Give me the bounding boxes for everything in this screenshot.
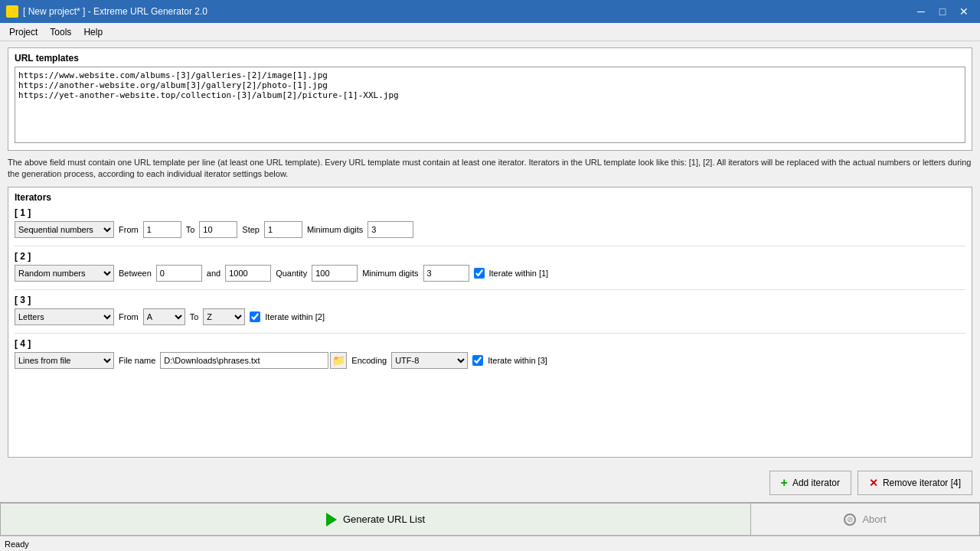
add-iterator-label: Add iterator bbox=[792, 478, 840, 488]
x-icon: ✕ bbox=[869, 477, 878, 489]
iterator-block-2: [ 2 ] Sequential numbers Random numbers … bbox=[15, 251, 965, 282]
iterator-1-mindigits-label: Minimum digits bbox=[307, 225, 363, 234]
iterator-block-3: [ 3 ] Sequential numbers Random numbers … bbox=[15, 295, 965, 325]
iterator-2-iterate-within-checkbox[interactable] bbox=[474, 268, 485, 279]
plus-icon: + bbox=[781, 476, 788, 490]
play-icon bbox=[326, 513, 337, 527]
browse-button[interactable]: 📁 bbox=[330, 352, 347, 369]
iterator-4-filename-input[interactable] bbox=[160, 352, 328, 369]
menu-item-project[interactable]: Project bbox=[3, 25, 44, 39]
divider-3 bbox=[15, 333, 965, 334]
url-templates-textarea[interactable] bbox=[15, 67, 965, 143]
status-text: Ready bbox=[5, 540, 29, 549]
action-bar: Generate URL List ⊘ Abort bbox=[0, 502, 980, 536]
menubar: Project Tools Help bbox=[0, 23, 980, 41]
divider-2 bbox=[15, 289, 965, 290]
iterators-section: Iterators [ 1 ] Sequential numbers Rando… bbox=[8, 187, 972, 458]
minimize-button[interactable]: ─ bbox=[911, 4, 931, 19]
iterator-3-from-select[interactable]: ABCDE FGHIJ KLMNO PQRST UVWXYZ bbox=[143, 308, 185, 325]
iterator-3-type-select[interactable]: Sequential numbers Random numbers Letter… bbox=[15, 308, 114, 325]
iterator-2-quantity-input[interactable] bbox=[312, 265, 358, 282]
titlebar: ⚡ [ New project* ] - Extreme URL Generat… bbox=[0, 0, 980, 23]
iterator-4-iterate-within-label: Iterate within [3] bbox=[488, 356, 547, 365]
info-text: The above field must contain one URL tem… bbox=[8, 155, 972, 182]
iterator-3-iterate-within-label: Iterate within [2] bbox=[265, 312, 325, 321]
add-iterator-button[interactable]: + Add iterator bbox=[769, 471, 851, 495]
divider-1 bbox=[15, 246, 965, 246]
bottom-bar: + Add iterator ✕ Remove iterator [4] bbox=[0, 464, 980, 502]
titlebar-title: [ New project* ] - Extreme URL Generator… bbox=[23, 6, 207, 17]
menu-item-help[interactable]: Help bbox=[77, 25, 109, 39]
abort-icon: ⊘ bbox=[844, 514, 856, 526]
iterator-4-id: [ 4 ] bbox=[15, 338, 965, 349]
app-icon: ⚡ bbox=[6, 5, 18, 18]
iterator-3-to-select[interactable]: ABCDE FGHIJ KLMNO PQRST UVWXYZ bbox=[203, 308, 245, 325]
menu-item-tools[interactable]: Tools bbox=[44, 25, 77, 39]
iterator-2-mindigits-label: Minimum digits bbox=[362, 269, 418, 278]
iterator-block-4: [ 4 ] Sequential numbers Random numbers … bbox=[15, 338, 965, 369]
iterator-3-from-label: From bbox=[119, 312, 139, 321]
url-templates-label: URL templates bbox=[15, 53, 965, 64]
statusbar: Ready bbox=[0, 536, 980, 551]
iterator-2-quantity-label: Quantity bbox=[276, 269, 307, 278]
close-button[interactable]: ✕ bbox=[954, 4, 974, 19]
iterator-3-id: [ 3 ] bbox=[15, 295, 965, 305]
iterator-2-id: [ 2 ] bbox=[15, 251, 965, 262]
file-input-container: 📁 bbox=[160, 352, 347, 369]
titlebar-left: ⚡ [ New project* ] - Extreme URL Generat… bbox=[6, 5, 207, 18]
iterator-1-id: [ 1 ] bbox=[15, 207, 965, 218]
iterator-2-row: Sequential numbers Random numbers Letter… bbox=[15, 265, 965, 282]
url-templates-section: URL templates bbox=[8, 47, 972, 151]
iterator-2-type-select[interactable]: Sequential numbers Random numbers Letter… bbox=[15, 265, 114, 282]
iterator-2-between-input[interactable] bbox=[156, 265, 202, 282]
iterator-3-row: Sequential numbers Random numbers Letter… bbox=[15, 308, 965, 325]
iterator-4-filename-label: File name bbox=[119, 356, 155, 365]
iterator-1-to-input[interactable] bbox=[199, 221, 237, 238]
iterator-1-step-label: Step bbox=[242, 225, 260, 234]
iterator-4-encoding-label: Encoding bbox=[351, 356, 387, 365]
iterator-4-iterate-within-checkbox[interactable] bbox=[472, 355, 483, 366]
iterators-label: Iterators bbox=[15, 192, 965, 203]
iterator-3-iterate-within-checkbox[interactable] bbox=[250, 311, 260, 322]
iterator-4-row: Sequential numbers Random numbers Letter… bbox=[15, 352, 965, 369]
remove-iterator-label: Remove iterator [4] bbox=[883, 478, 961, 488]
iterator-2-mindigits-input[interactable] bbox=[423, 265, 469, 282]
iterator-1-mindigits-input[interactable] bbox=[368, 221, 413, 238]
iterator-1-from-label: From bbox=[119, 225, 139, 234]
iterator-2-between-label: Between bbox=[119, 269, 152, 278]
iterator-1-step-input[interactable] bbox=[264, 221, 302, 238]
iterator-1-row: Sequential numbers Random numbers Letter… bbox=[15, 221, 965, 238]
abort-button[interactable]: ⊘ Abort bbox=[750, 503, 980, 536]
iterator-1-to-label: To bbox=[186, 225, 195, 234]
iterator-2-and-input[interactable] bbox=[225, 265, 271, 282]
iterator-3-to-label: To bbox=[190, 312, 199, 321]
main-content: URL templates The above field must conta… bbox=[0, 41, 980, 464]
iterator-4-type-select[interactable]: Sequential numbers Random numbers Letter… bbox=[15, 352, 114, 369]
abort-label: Abort bbox=[862, 514, 886, 525]
iterator-block-1: [ 1 ] Sequential numbers Random numbers … bbox=[15, 207, 965, 238]
iterator-1-type-select[interactable]: Sequential numbers Random numbers Letter… bbox=[15, 221, 114, 238]
generate-button[interactable]: Generate URL List bbox=[0, 503, 750, 536]
generate-label: Generate URL List bbox=[343, 514, 425, 525]
restore-button[interactable]: □ bbox=[933, 4, 952, 19]
iterator-2-iterate-within-label: Iterate within [1] bbox=[489, 269, 549, 278]
remove-iterator-button[interactable]: ✕ Remove iterator [4] bbox=[858, 471, 972, 495]
iterator-1-from-input[interactable] bbox=[143, 221, 181, 238]
iterator-4-encoding-select[interactable]: UTF-8 UTF-16 ASCII ISO-8859-1 bbox=[391, 352, 468, 369]
iterator-2-and-label: and bbox=[207, 269, 220, 278]
titlebar-buttons: ─ □ ✕ bbox=[911, 4, 974, 19]
